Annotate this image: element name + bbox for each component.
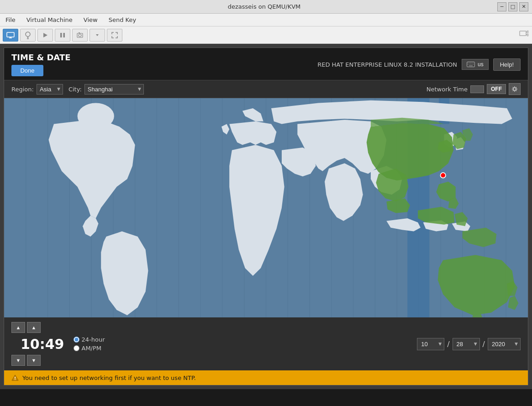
- city-select[interactable]: Shanghai: [84, 84, 144, 95]
- svg-rect-8: [60, 33, 62, 37]
- minutes-up-button[interactable]: ▲: [27, 322, 41, 333]
- rhel-title: RED HAT ENTERPRISE LINUX 8.2 INSTALLATIO…: [317, 61, 457, 68]
- city-label: City:: [68, 86, 82, 93]
- toolbar-pause-button[interactable]: [55, 29, 70, 42]
- toolbar: [0, 26, 532, 44]
- svg-line-38: [516, 87, 516, 88]
- title-bar: dezasseis on QEMU/KVM − □ ✕: [0, 0, 532, 14]
- toolbar-dropdown-button[interactable]: [90, 29, 105, 42]
- bottom-controls: ▲ ▼ ▲ ▼ 10:49 24-hour: [4, 317, 528, 370]
- svg-text:!: !: [14, 376, 16, 381]
- gear-icon: [511, 86, 518, 92]
- restore-button[interactable]: □: [508, 2, 517, 11]
- close-button[interactable]: ✕: [519, 2, 528, 11]
- svg-line-37: [516, 90, 516, 91]
- network-time-toggle[interactable]: OFF: [487, 84, 506, 94]
- svg-rect-10: [77, 33, 83, 37]
- region-label: Region:: [11, 86, 34, 93]
- chevron-down-icon: [95, 33, 100, 37]
- minutes-down-button[interactable]: ▼: [27, 355, 41, 366]
- play-icon: [42, 32, 48, 38]
- svg-line-39: [513, 90, 513, 91]
- snapshot-icon: [77, 32, 83, 38]
- bulb-icon: [25, 31, 31, 39]
- main-container: TIME & DATE Done RED HAT ENTERPRISE LINU…: [0, 44, 532, 389]
- fullscreen-icon: [111, 32, 118, 38]
- keyboard-button[interactable]: us: [462, 59, 489, 70]
- svg-point-31: [513, 88, 516, 90]
- toolbar-display-button[interactable]: [3, 29, 18, 42]
- date-controls: 10 / 28 / 2020: [417, 338, 521, 350]
- hours-down-button[interactable]: ▼: [11, 355, 25, 366]
- svg-point-11: [79, 34, 81, 37]
- svg-point-3: [26, 32, 30, 37]
- network-time-label: Network Time: [427, 86, 468, 93]
- time-display: 10:49: [21, 336, 64, 352]
- pause-icon: [59, 32, 66, 38]
- world-map[interactable]: [4, 98, 528, 317]
- year-select[interactable]: 2020: [488, 338, 521, 350]
- controls-bar: Region: Asia City: Shanghai Network Time: [4, 80, 528, 98]
- installer-panel: TIME & DATE Done RED HAT ENTERPRISE LINU…: [4, 47, 528, 385]
- done-button[interactable]: Done: [11, 65, 43, 76]
- toolbar-fullscreen-button[interactable]: [107, 29, 122, 42]
- warning-icon: !: [11, 374, 19, 381]
- window-title: dezasseis on QEMU/KVM: [31, 3, 497, 10]
- menu-virtual-machine[interactable]: Virtual Machine: [23, 15, 76, 25]
- help-button[interactable]: Help!: [493, 58, 521, 71]
- header-bar: TIME & DATE Done RED HAT ENTERPRISE LINU…: [4, 48, 528, 80]
- ntp-settings-button[interactable]: [509, 83, 521, 95]
- city-marker: [440, 173, 445, 178]
- vm-connect-icon: [518, 29, 529, 40]
- keyboard-label: us: [478, 61, 484, 68]
- svg-rect-12: [79, 32, 80, 33]
- menu-view[interactable]: View: [80, 15, 101, 25]
- day-select[interactable]: 28: [453, 338, 480, 350]
- monitor-icon: [6, 32, 15, 38]
- toolbar-vm-icon: [518, 29, 529, 41]
- svg-rect-9: [63, 33, 65, 37]
- svg-rect-14: [520, 31, 526, 36]
- minimize-button[interactable]: −: [497, 2, 506, 11]
- warning-bar: ! You need to set up networking first if…: [4, 370, 528, 385]
- toolbar-play-button[interactable]: [37, 29, 53, 42]
- toolbar-snapshot-button[interactable]: [72, 29, 88, 42]
- menu-file[interactable]: File: [2, 15, 19, 25]
- radio-24-hour[interactable]: 24-hour: [74, 336, 105, 343]
- svg-line-36: [513, 87, 513, 88]
- month-select[interactable]: 10: [417, 338, 444, 350]
- radio-ampm[interactable]: AM/PM: [74, 345, 105, 352]
- keyboard-icon: [467, 62, 475, 67]
- time-format-group: 24-hour AM/PM: [74, 336, 105, 352]
- region-select[interactable]: Asia: [37, 84, 63, 95]
- svg-rect-0: [7, 32, 14, 37]
- toolbar-bulb-button[interactable]: [20, 29, 36, 42]
- menu-bar: File Virtual Machine View Send Key: [0, 14, 532, 26]
- warning-message: You need to set up networking first if y…: [22, 374, 196, 381]
- hours-up-button[interactable]: ▲: [11, 322, 25, 333]
- svg-marker-7: [43, 33, 47, 37]
- date-sep-2: /: [483, 340, 485, 348]
- page-title: TIME & DATE: [11, 53, 70, 62]
- menu-send-key[interactable]: Send Key: [105, 15, 140, 25]
- date-sep-1: /: [447, 340, 449, 348]
- network-time-input[interactable]: [470, 85, 484, 93]
- svg-marker-13: [96, 34, 99, 36]
